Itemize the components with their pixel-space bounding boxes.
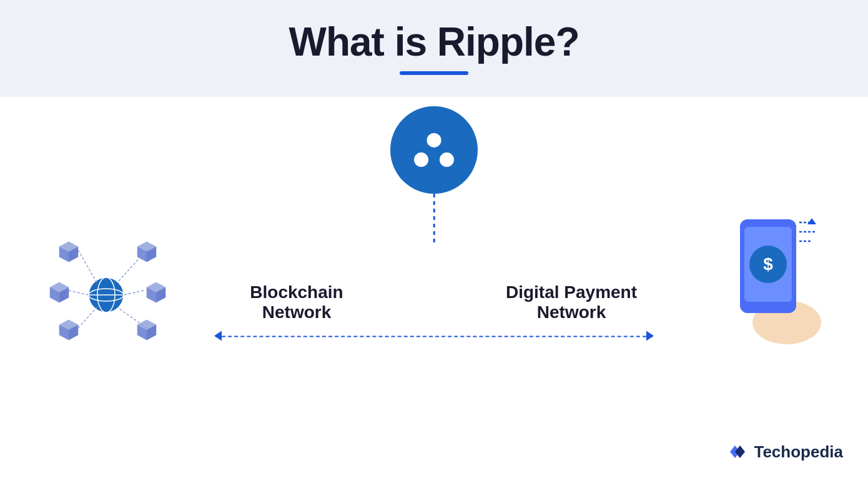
page-title: What is Ripple? — [289, 19, 579, 65]
blockchain-illustration — [37, 220, 175, 357]
diagram-container: Blockchain Network Digital Payment Netwo… — [0, 97, 868, 481]
svg-line-38 — [124, 291, 144, 295]
svg-line-36 — [117, 250, 147, 282]
arrow-container: Blockchain Network Digital Payment Netwo… — [215, 282, 653, 347]
svg-text:$: $ — [763, 254, 773, 274]
dotted-line — [215, 336, 653, 337]
svg-marker-50 — [807, 218, 816, 224]
labels-row: Blockchain Network Digital Payment Netwo… — [215, 282, 653, 322]
title-underline — [400, 71, 468, 75]
techopedia-label: Techopedia — [754, 442, 843, 462]
svg-line-40 — [117, 307, 147, 328]
payment-illustration: $ — [731, 213, 831, 351]
blockchain-icon — [37, 220, 175, 357]
arrow-right-icon — [646, 331, 654, 341]
left-label: Blockchain Network — [228, 282, 365, 322]
phone-icon: $ — [731, 213, 824, 344]
svg-line-39 — [78, 307, 97, 328]
left-label-line2: Network — [228, 302, 365, 322]
svg-line-37 — [69, 291, 89, 295]
right-label-line1: Digital Payment — [503, 282, 640, 302]
ripple-icon — [409, 131, 459, 169]
header-band: What is Ripple? — [0, 0, 868, 97]
ripple-logo — [390, 106, 478, 194]
svg-point-3 — [430, 136, 438, 144]
svg-point-4 — [417, 155, 425, 164]
dotted-arrow-line — [215, 330, 653, 342]
techopedia-branding: Techopedia — [726, 441, 843, 463]
svg-point-5 — [442, 155, 451, 164]
svg-line-35 — [78, 250, 97, 282]
right-label: Digital Payment Network — [503, 282, 640, 322]
content-area: Blockchain Network Digital Payment Netwo… — [0, 97, 868, 481]
svg-marker-52 — [735, 446, 745, 458]
left-label-line1: Blockchain — [228, 282, 365, 302]
right-label-line2: Network — [503, 302, 640, 322]
techopedia-icon — [726, 441, 749, 463]
vertical-dotted-line — [433, 194, 435, 244]
